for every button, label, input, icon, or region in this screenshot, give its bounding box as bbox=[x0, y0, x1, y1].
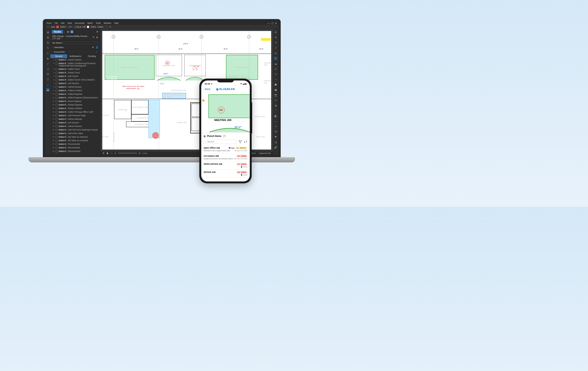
cloud-tool-icon[interactable]: ☁ bbox=[274, 62, 277, 65]
record-row[interactable]: 26 Sadra K : Disconnected bbox=[51, 150, 100, 153]
punch-item[interactable]: Circulation 266 23 - OPEN Repair and tou… bbox=[201, 153, 250, 162]
panel-icon-2[interactable]: ▤ bbox=[70, 30, 73, 33]
dimension-tool-icon[interactable]: ↔ bbox=[274, 78, 277, 81]
text-tool-icon[interactable]: A bbox=[274, 31, 277, 34]
links-icon[interactable]: ⧉ bbox=[46, 72, 50, 76]
hyperlink-tool-icon[interactable]: 🔗 bbox=[274, 146, 277, 149]
statusbar-icon-1[interactable]: ⊞ bbox=[103, 152, 105, 154]
note-tool-icon[interactable]: ✉ bbox=[274, 130, 277, 133]
record-row[interactable]: 5 Sadra K : Add Cloud+ bbox=[51, 75, 100, 78]
studio-button[interactable]: Studio bbox=[52, 30, 63, 33]
record-row[interactable]: 22 Sadra K : Set State as Rejected bbox=[51, 135, 100, 139]
measurements-icon[interactable]: ⊿ bbox=[46, 67, 50, 70]
record-row[interactable]: 24 Sadra K : Reconnected bbox=[51, 142, 100, 146]
pen-tool-icon[interactable]: ✐ bbox=[274, 41, 277, 44]
refresh-icon[interactable]: ⟳ bbox=[96, 30, 99, 33]
callout-tool-icon[interactable]: ⬀ bbox=[274, 72, 277, 76]
session-settings-icon[interactable]: ⚙ bbox=[96, 36, 98, 39]
record-row[interactable]: 21 Sadra K : Add Airline Valve bbox=[51, 132, 100, 135]
cut-tool-icon[interactable]: ✂ bbox=[274, 98, 277, 102]
punch-item[interactable]: OFFICE 240 16 - OPEN 👤 None bbox=[201, 170, 250, 178]
my-status-dropdown[interactable] bbox=[63, 42, 98, 44]
polygon-tool-icon[interactable]: ⬠ bbox=[274, 67, 277, 70]
eraser-tool-icon[interactable]: ◧ bbox=[274, 114, 277, 118]
record-row[interactable]: 15 Sadra K : Added 'Chicago Office V.pdf… bbox=[51, 110, 100, 114]
close-icon[interactable]: ✕ bbox=[275, 22, 277, 24]
selection-handle[interactable] bbox=[202, 99, 204, 101]
menu-edit[interactable]: Edit bbox=[61, 22, 65, 24]
line-opacity[interactable]: 100% bbox=[60, 26, 66, 28]
fill-opacity[interactable]: 100% bbox=[91, 26, 96, 28]
pan-icon[interactable]: ✋ bbox=[106, 152, 109, 154]
line-tool-icon[interactable]: ╱ bbox=[274, 46, 277, 50]
record-row[interactable]: 13 Sadra K : Delete Engineer bbox=[51, 103, 100, 107]
record-row[interactable]: 16 Sadra K : Add Pressure Gage bbox=[51, 114, 100, 117]
record-row[interactable]: 3 Sadra K : Added Cloud bbox=[51, 67, 100, 71]
arrow-tool-icon[interactable]: ↗ bbox=[274, 125, 277, 128]
hatch-editor-icon[interactable]: ✎ bbox=[109, 25, 112, 28]
menu-window[interactable]: Window bbox=[104, 22, 111, 24]
punch-list[interactable]: Open Office 248 High 24 - READY Retextur… bbox=[201, 145, 250, 181]
punch-item[interactable]: OPEN OFFICE 248 17 - OPEN 👤 None bbox=[201, 162, 250, 170]
record-row[interactable]: 9 Sadra K : Added Architect bbox=[51, 89, 100, 92]
record-row[interactable]: 18 Sadra K : Left Session bbox=[51, 121, 100, 125]
arc-tool-icon[interactable]: ⌒ bbox=[274, 109, 277, 112]
record-row[interactable]: 19 Sadra K : Joined Session bbox=[51, 125, 100, 128]
tab-pending[interactable]: Pending bbox=[84, 54, 100, 58]
properties-icon[interactable]: ≡ bbox=[46, 51, 50, 55]
documents-section[interactable]: › Documents ↕ bbox=[51, 50, 100, 54]
menu-document[interactable]: Document bbox=[75, 22, 84, 24]
highlight-tool-icon[interactable]: ✎ bbox=[274, 36, 277, 39]
flag-tool-icon[interactable]: ⚑ bbox=[274, 135, 277, 139]
signatures-icon[interactable]: ✓ bbox=[46, 62, 50, 65]
linestyle-icon[interactable]: ⌇⌇⌇ bbox=[69, 25, 72, 28]
menu-revu[interactable]: Revu bbox=[47, 22, 52, 24]
record-row[interactable]: 4 Sadra K : Delete Cloud bbox=[51, 71, 100, 75]
record-row[interactable]: 7 Sadra K : Left Session bbox=[51, 82, 100, 85]
ellipse-icon[interactable]: ○ bbox=[47, 25, 50, 28]
attendees-section[interactable]: › Attendees ✉ 👤 bbox=[51, 45, 100, 50]
toolchest-icon[interactable]: ✎ bbox=[46, 46, 50, 50]
zoom-in-icon[interactable]: ⊕ bbox=[139, 152, 141, 154]
scale-status[interactable]: Scale Not Set bbox=[259, 152, 271, 154]
line-color-swatch[interactable] bbox=[56, 26, 59, 28]
file-access-icon[interactable]: ▤ bbox=[46, 31, 50, 34]
polyline-tool-icon[interactable]: ⌐ bbox=[274, 120, 277, 123]
line-width[interactable]: 1.00 pt bbox=[75, 26, 81, 28]
record-list[interactable]: 1 Sadra K : Joined Session 2 Sadra K : A… bbox=[51, 58, 100, 155]
fill-color-swatch[interactable] bbox=[87, 26, 89, 28]
record-row[interactable]: 1 Sadra K : Joined Session bbox=[51, 58, 100, 62]
record-row[interactable]: 10 Sadra K : Added Engineer bbox=[51, 92, 100, 96]
minimize-icon[interactable]: — bbox=[268, 22, 270, 24]
documents-sort-icon[interactable]: ↕ bbox=[95, 51, 98, 53]
stamp-tool-icon[interactable]: ⬢ bbox=[274, 83, 277, 86]
search-icon[interactable]: ⌕ bbox=[46, 83, 50, 86]
zoom-out-icon[interactable]: ⊖ bbox=[115, 152, 116, 154]
record-row[interactable]: 25 Sadra K : Reconnected bbox=[51, 146, 100, 150]
group-tool-icon[interactable]: ⊡ bbox=[274, 141, 277, 144]
maximize-icon[interactable]: ☐ bbox=[271, 22, 273, 24]
search-input[interactable]: ⌕ Search bbox=[204, 140, 237, 144]
record-row[interactable]: 14 Sadra K : Delete Architect bbox=[51, 107, 100, 110]
layers-icon[interactable]: ◈ bbox=[46, 57, 50, 60]
snapshot-tool-icon[interactable]: 📷 bbox=[274, 93, 277, 97]
forms-icon[interactable]: ☐ bbox=[46, 78, 50, 81]
menu-tools[interactable]: Tools bbox=[96, 22, 101, 24]
tab-notifications[interactable]: Notifications bbox=[67, 54, 84, 58]
hatch-swatch[interactable] bbox=[105, 26, 107, 28]
menu-file[interactable]: File bbox=[54, 22, 58, 24]
record-row[interactable]: 11 Sadra K : Edited Engineer (Electrical… bbox=[51, 96, 100, 99]
filter-icon[interactable]: ▽ bbox=[239, 139, 242, 144]
record-row[interactable]: 23 Sadra K : Set State as Accepted bbox=[51, 139, 100, 142]
record-row[interactable]: 6 Sadra K : Edited Cloud+ (Floor details… bbox=[51, 78, 100, 82]
record-row[interactable]: 12 Sadra K : Move Engineer bbox=[51, 99, 100, 103]
bookmarks-icon[interactable]: ☰ bbox=[46, 41, 50, 44]
session-share-icon[interactable]: ⇱ bbox=[92, 36, 95, 39]
attendees-icon-2[interactable]: 👤 bbox=[95, 46, 98, 49]
menu-batch[interactable]: Batch bbox=[87, 22, 93, 24]
record-row[interactable]: 20 Sadra K : Add Full-Circle Washing Fou… bbox=[51, 128, 100, 132]
select-icon[interactable]: ⬚ bbox=[111, 152, 113, 154]
attendees-icon-1[interactable]: ✉ bbox=[92, 46, 94, 49]
back-button[interactable]: ‹ Back bbox=[204, 88, 210, 90]
zoom-slider[interactable] bbox=[118, 153, 137, 153]
